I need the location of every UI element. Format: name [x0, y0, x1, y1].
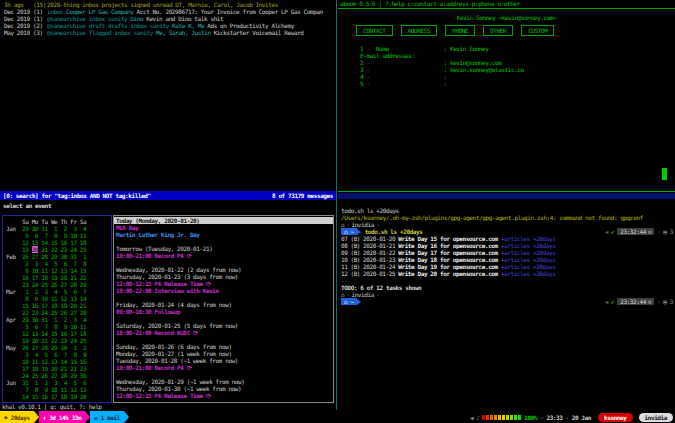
agenda-line[interactable]: Saturday, 2020-01-25 (5 days from now) [114, 322, 333, 329]
calendar-week-row[interactable]: 9 10 11 12 13 14 15 [3, 267, 111, 274]
khal-calendar-box[interactable]: Su Mo Tu We Th Fr Sa Jan29 30 31 1 2 3 4… [2, 215, 112, 403]
command-line[interactable]: ⌂ ~ todo.sh ls +20days ◀ ✔ 23:32:44⊙ ‹ ▤… [338, 228, 675, 235]
mail-thread-row[interactable]: May 2019(3)@sanearchive flagged inbox sa… [0, 29, 336, 36]
week-dates[interactable]: 17 18 19 20 21 22 23 [22, 365, 86, 372]
calendar-week-row[interactable]: 15 16 17 18 19 20 21 [3, 302, 111, 309]
calendar-week-row[interactable]: Feb26 27 28 29 30 31 1 [3, 253, 111, 260]
calendar-week-row[interactable]: 19 20 21 22 23 24 25 [3, 246, 111, 253]
mail-thread-row[interactable]: Dec 2019(1)@sanearchive inbox sanityDino… [0, 15, 336, 22]
week-dates[interactable]: 7 8 9 10 11 12 13 [22, 386, 86, 393]
pane-mail-client[interactable]: 3h ago(15)2020-thing inbox projects sign… [0, 0, 336, 191]
agenda-line[interactable]: 19:00-21:00 Record PA ⟳ [114, 364, 333, 371]
calendar-week-row[interactable]: 2 3 4 5 6 7 8 [3, 260, 111, 267]
typed-command[interactable]: todo.sh ls +20days [365, 228, 423, 235]
agenda-line[interactable]: Tuesday, 2020-01-28 (~1 week from now) [114, 357, 333, 364]
agenda-line[interactable]: MLK Day [114, 224, 333, 231]
agenda-line[interactable]: 19:00-21:00 Record PA ⟳ [114, 252, 333, 259]
abook-field-row[interactable]: 1 - Name : Kevin Sonney [338, 45, 675, 52]
agenda-line[interactable]: Friday, 2020-01-24 (4 days from now) [114, 301, 333, 308]
calendar-week-row[interactable]: 12 13 14 15 16 17 18 [3, 239, 111, 246]
calendar-week-row[interactable]: 24 25 26 27 28 29 30 [3, 372, 111, 379]
week-dates[interactable]: 8 9 10 11 12 13 14 [22, 295, 86, 302]
week-dates[interactable]: 16 17 18 19 20 21 22 [22, 274, 86, 281]
mail-thread-row[interactable]: 3h ago(15)2020-thing inbox projects sign… [0, 1, 336, 8]
abook-field-row[interactable]: 4 - : [338, 73, 675, 80]
week-dates[interactable]: 29 30 31 1 2 3 4 [22, 316, 86, 323]
agenda-line[interactable]: Today (Monday, 2020-01-20) [114, 217, 333, 224]
abook-tab[interactable]: CONTACT [356, 25, 393, 36]
abook-tab[interactable]: OTHER [483, 25, 513, 36]
week-dates[interactable]: 12 13 14 15 16 17 18 [22, 239, 86, 246]
calendar-week-row[interactable]: 12 13 14 15 16 17 18 [3, 330, 111, 337]
agenda-line[interactable]: Monday, 2020-01-27 (1 week from now) [114, 350, 333, 357]
calendar-week-row[interactable]: 7 8 9 10 11 12 13 [3, 386, 111, 393]
abook-tab[interactable]: ADDRESS [401, 25, 438, 36]
calendar-week-row[interactable]: 5 6 7 8 9 10 11 [3, 323, 111, 330]
command-line[interactable]: ⌂ ~ ◀ ✔ 23:32:44⊙ ‹ ▤ 3 [338, 298, 675, 305]
calendar-week-row[interactable]: Jan29 30 31 1 2 3 4 [3, 225, 111, 232]
agenda-line[interactable]: 19:00-22:00 Interview with Kevin [114, 287, 333, 294]
calendar-week-row[interactable]: 5 6 7 8 9 10 11 [3, 232, 111, 239]
agenda-line[interactable] [114, 238, 333, 245]
week-dates[interactable]: 24 25 26 27 28 29 30 [22, 372, 86, 379]
calendar-week-row[interactable]: May26 27 28 29 30 1 2 [3, 344, 111, 351]
calendar-week-row[interactable]: 23 24 25 26 27 28 29 [3, 281, 111, 288]
agenda-line[interactable]: Wednesday, 2020-01-29 (~1 week from now) [114, 378, 333, 385]
agenda-line[interactable] [114, 336, 333, 343]
agenda-line[interactable] [114, 294, 333, 301]
calendar-week-row[interactable]: 14 15 16 17 18 19 20 [3, 393, 111, 400]
week-dates[interactable]: 26 27 28 29 30 1 2 [22, 344, 86, 351]
calendar-week-row[interactable]: Jun31 1 2 3 4 5 6 [3, 379, 111, 386]
agenda-line[interactable]: Thursday, 2020-01-23 (3 days from now) [114, 273, 333, 280]
week-dates[interactable]: 9 10 11 12 13 14 15 [22, 267, 86, 274]
week-dates[interactable]: 19 20 21 22 23 24 25 [22, 246, 86, 253]
pane-terminal-todo[interactable]: todo.sh ls +20days /Users/ksonney/.oh-my… [338, 193, 675, 410]
abook-field-row[interactable]: E-mail addresses: [338, 52, 675, 59]
abook-tab[interactable]: CUSTOM [521, 25, 554, 36]
calendar-week-row[interactable]: 10 11 12 13 14 15 16 [3, 358, 111, 365]
agenda-line[interactable]: Martin Luther King Jr. Day [114, 231, 333, 238]
agenda-line[interactable]: 09:00-10:30 Followup [114, 308, 333, 315]
agenda-line[interactable]: Tomorrow (Tuesday, 2020-01-21) [114, 245, 333, 252]
week-dates[interactable]: 31 1 2 3 4 5 6 [22, 379, 86, 386]
agenda-line[interactable]: Sunday, 2020-01-26 (6 days from now) [114, 343, 333, 350]
calendar-week-row[interactable]: 17 18 19 20 21 22 23 [3, 365, 111, 372]
mail-thread-row[interactable]: Dec 2019(1)inboxCooper LP Gas CompanyAcc… [0, 8, 336, 15]
week-dates[interactable]: 10 11 12 13 14 15 16 [22, 358, 86, 365]
calendar-week-row[interactable]: 22 23 24 25 26 27 28 [3, 309, 111, 316]
calendar-week-row[interactable]: 3 4 5 6 7 8 9 [3, 351, 111, 358]
week-dates[interactable]: 29 30 31 1 2 3 4 [22, 225, 86, 232]
todo-task-row[interactable]: 09(B)2020-01-22Write Day 17 for opensour… [338, 249, 675, 256]
calendar-week-row[interactable]: Apr29 30 31 1 2 3 4 [3, 316, 111, 323]
week-dates[interactable]: 23 24 25 26 27 28 29 [22, 281, 86, 288]
abook-field-row[interactable]: 3 - : kevin.sonney@elastic.co [338, 66, 675, 73]
mail-thread-row[interactable]: Dec 2019(2)@sanearchive draft drafts inb… [0, 22, 336, 29]
week-dates[interactable]: 14 15 16 17 18 19 20 [22, 393, 86, 400]
abook-tab[interactable]: PHONE [445, 25, 475, 36]
pane-abook[interactable]: abook 0.5.6 | ?:help c:contact a:address… [338, 0, 675, 191]
calendar-week-row[interactable]: 8 9 10 11 12 13 14 [3, 295, 111, 302]
todo-task-row[interactable]: 12(B)2020-01-25Write Day 20 for opensour… [338, 270, 675, 277]
week-dates[interactable]: 12 13 14 15 16 17 18 [22, 330, 86, 337]
agenda-line[interactable]: 18:00-21:00 Record KUEC ⟳ [114, 329, 333, 336]
calendar-week-row[interactable]: 16 17 18 19 20 21 22 [3, 274, 111, 281]
tmux-horizontal-border[interactable] [338, 191, 675, 192]
agenda-line[interactable] [114, 259, 333, 266]
week-dates[interactable]: 15 16 17 18 19 20 21 [22, 302, 86, 309]
agenda-line[interactable] [114, 315, 333, 322]
agenda-line[interactable]: 12:00-12:15 PA Release Time ⟳ [114, 280, 333, 287]
calendar-week-row[interactable]: Mar 1 2 3 4 5 6 7 [3, 288, 111, 295]
week-dates[interactable]: 26 27 28 29 30 31 1 [22, 253, 86, 260]
week-dates[interactable]: 19 20 21 22 23 24 25 [22, 337, 86, 344]
todo-task-row[interactable]: 07(B)2020-01-20Write Day 15 for opensour… [338, 235, 675, 242]
week-dates[interactable]: 3 4 5 6 7 8 9 [22, 351, 86, 358]
agenda-line[interactable]: Wednesday, 2020-01-22 (2 days from now) [114, 266, 333, 273]
calendar-week-row[interactable]: 19 20 21 22 23 24 25 [3, 337, 111, 344]
todo-task-row[interactable]: 10(B)2020-01-23Write Day 18 for opensour… [338, 256, 675, 263]
agenda-line[interactable]: 12:00-12:15 PA Release Time ⟳ [114, 392, 333, 399]
week-dates[interactable]: 5 6 7 8 9 10 11 [22, 232, 86, 239]
agenda-line[interactable] [114, 371, 333, 378]
week-dates[interactable]: 1 2 3 4 5 6 7 [22, 288, 86, 295]
session-name-badge[interactable]: ksonney [598, 413, 633, 422]
khal-agenda-box[interactable]: Today (Monday, 2020-01-20) MLK Day Marti… [113, 215, 334, 403]
